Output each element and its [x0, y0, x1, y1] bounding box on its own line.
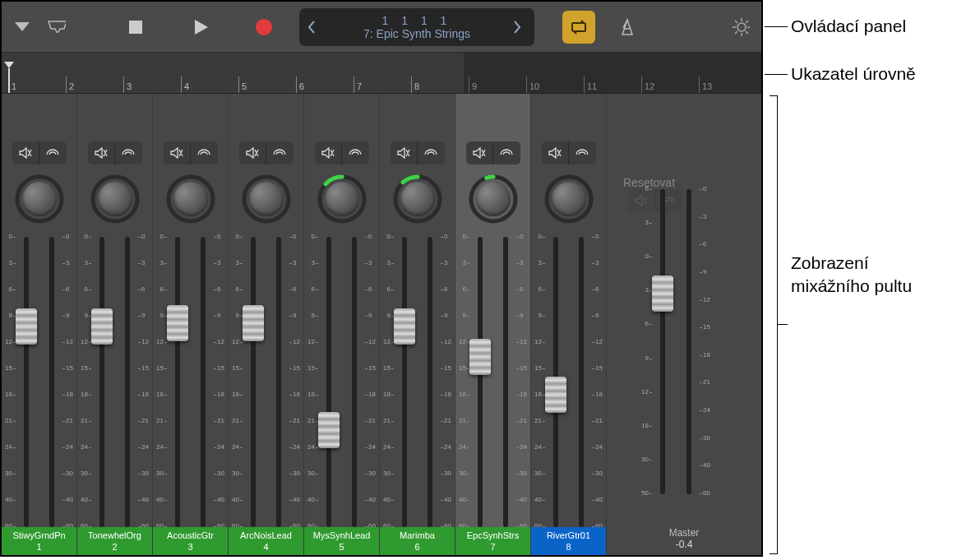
lcd-display: 1 1 1 1 7: Epic Synth Strings [299, 8, 534, 46]
svg-line-12 [735, 31, 737, 34]
pan-knob[interactable] [90, 174, 140, 224]
svg-point-3 [256, 19, 272, 35]
fader-handle[interactable] [469, 339, 491, 375]
fader-handle[interactable] [16, 308, 37, 345]
channel-7[interactable]: EpcSynhStrs7 [455, 94, 531, 555]
pan-knob[interactable] [242, 174, 291, 224]
fader-handle[interactable] [243, 305, 264, 341]
ruler-tick-5: 5 [242, 81, 247, 91]
channel-label[interactable]: ArcNoisLead4 [229, 527, 303, 555]
solo-button[interactable] [39, 141, 67, 164]
svg-marker-2 [195, 20, 208, 35]
channel-label[interactable]: StiwyGrndPn1 [2, 527, 76, 555]
svg-point-4 [737, 23, 746, 31]
fader-handle[interactable] [91, 308, 113, 345]
channel-label[interactable]: Marimba6 [380, 527, 455, 555]
mute-button[interactable] [466, 141, 493, 164]
svg-line-10 [746, 31, 748, 34]
lcd-track: 7: Epic Synth Strings [321, 27, 513, 40]
playhead[interactable] [8, 68, 10, 93]
mute-button[interactable] [391, 141, 418, 164]
reset-button[interactable]: Resetovat [623, 176, 675, 189]
fader-handle[interactable] [394, 308, 415, 345]
annotation-ruler: Ukazatel úrovně [791, 64, 916, 84]
channel-3[interactable]: AcousticGtr3 [153, 94, 229, 555]
annotation-mixer: Zobrazenímixážního pultu [791, 252, 912, 298]
lcd-position: 1 1 1 1 [321, 14, 513, 27]
ruler-tick-1: 1 [12, 81, 16, 91]
solo-button[interactable] [114, 141, 142, 164]
pan-knob[interactable] [544, 174, 594, 224]
stop-button[interactable] [127, 18, 145, 36]
mute-button[interactable] [315, 141, 342, 164]
annotation-controlbar: Ovládací panel [791, 16, 906, 36]
svg-marker-0 [15, 22, 30, 31]
pan-knob[interactable] [469, 174, 518, 224]
mute-button[interactable] [12, 141, 39, 164]
channel-2[interactable]: TonewhelOrg2 [77, 94, 153, 555]
master-strip: Resetovat Master -0.4 [607, 94, 761, 555]
fader-handle[interactable] [167, 305, 188, 341]
solo-button[interactable] [341, 141, 369, 164]
mute-button[interactable] [542, 141, 569, 164]
ruler-tick-2: 2 [69, 81, 74, 91]
solo-button[interactable] [492, 141, 520, 164]
master-fader-handle[interactable] [652, 275, 673, 312]
ruler-tick-7: 7 [357, 81, 362, 91]
app-window: 1 1 1 1 7: Epic Synth Strings 1234567891… [0, 0, 763, 557]
channel-5[interactable]: MysSynhLead5 [304, 94, 380, 555]
channel-4[interactable]: ArcNoisLead4 [229, 94, 304, 555]
cycle-button[interactable] [562, 11, 595, 44]
ruler-tick-4: 4 [184, 81, 189, 91]
fader-handle[interactable] [318, 412, 340, 448]
view-menu-icon[interactable] [13, 18, 31, 36]
inbox-icon[interactable] [48, 18, 66, 36]
fader-handle[interactable] [545, 377, 566, 413]
ruler-tick-6: 6 [299, 81, 304, 91]
solo-button[interactable] [568, 141, 596, 164]
metronome-icon[interactable] [618, 18, 636, 36]
solo-button[interactable] [190, 141, 218, 164]
channel-label[interactable]: TonewhelOrg2 [77, 527, 152, 555]
mixer-view: StiwyGrndPn1TonewhelOrg2AcousticGtr3ArcN… [2, 94, 761, 555]
pan-knob[interactable] [317, 174, 367, 224]
mute-button[interactable] [239, 141, 266, 164]
solo-button[interactable] [417, 141, 445, 164]
channel-label[interactable]: EpcSynhStrs7 [455, 527, 530, 555]
ruler-tick-3: 3 [127, 81, 132, 91]
master-label: Master -0.4 [607, 527, 761, 550]
channel-8[interactable]: RiverGtr018 [531, 94, 607, 555]
mute-button[interactable] [164, 141, 191, 164]
channel-label[interactable]: MysSynhLead5 [304, 527, 379, 555]
channel-1[interactable]: StiwyGrndPn1 [2, 94, 77, 555]
pan-knob[interactable] [15, 174, 64, 224]
control-bar: 1 1 1 1 7: Epic Synth Strings [2, 2, 761, 53]
channel-label[interactable]: AcousticGtr3 [153, 527, 228, 555]
svg-line-9 [735, 21, 737, 23]
svg-rect-1 [129, 21, 142, 34]
ruler-tick-8: 8 [414, 81, 419, 91]
mute-button[interactable] [88, 141, 115, 164]
channel-label[interactable]: RiverGtr018 [531, 527, 606, 555]
record-button[interactable] [255, 18, 273, 36]
play-button[interactable] [192, 18, 210, 36]
level-ruler[interactable]: 12345678910111213 [2, 53, 761, 94]
solo-button[interactable] [266, 141, 294, 164]
prev-track-icon[interactable] [307, 21, 321, 34]
pan-knob[interactable] [393, 174, 442, 224]
svg-line-11 [746, 21, 748, 23]
pan-knob[interactable] [166, 174, 215, 224]
settings-gear-icon[interactable] [732, 18, 750, 36]
channel-6[interactable]: Marimba6 [380, 94, 455, 555]
next-track-icon[interactable] [513, 21, 526, 34]
